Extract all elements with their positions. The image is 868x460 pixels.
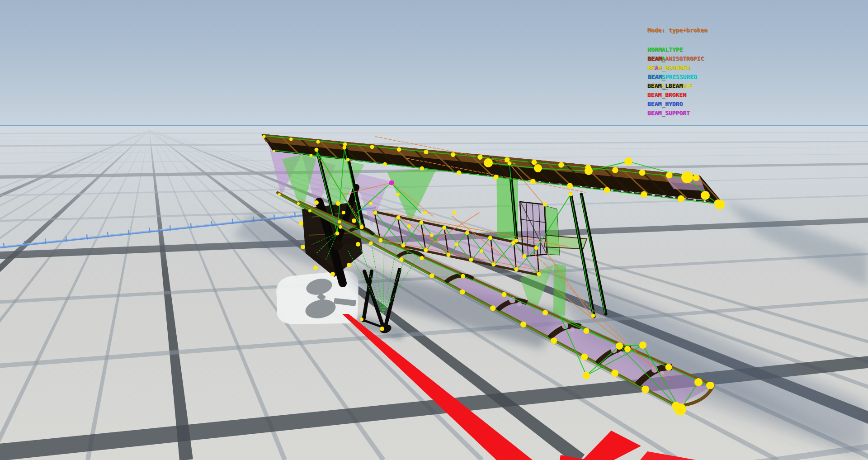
game-screen: Mode: type+broken NORMALTYPEBEAM_ANISOTR… [0,0,868,460]
legend-item-beam_broken: BEAM_BROKEN [647,90,756,100]
beam-debug-legend: Mode: type+broken NORMALTYPEBEAM_ANISOTR… [647,26,756,118]
legend-item-beam_bounded: BEAM_BOUNDEDA [647,63,756,72]
legend-label: BEAM_BROKEN [647,90,686,100]
legend-label: BEAM_HYDRO [647,100,683,109]
legend-label: NORMALTYPE [647,45,683,54]
legend-label: BEAM_BOUNDED [647,63,690,72]
beam-debug-mode: Mode: type+broken [647,26,756,35]
legend-item-beam_hydro: BEAM_HYDRO [647,100,756,109]
legend-item-beam_anisotropic: BEAM_ANISOTROPICBEAMA [647,54,756,63]
legend-label: BEAM [648,72,662,81]
support-node [389,180,394,185]
legend-label: A [655,63,658,72]
legend-label: BEAM_SUPPORT [647,109,690,118]
legend-item-normaltype: NORMALTYPE [647,45,756,54]
legend-label: S [661,72,665,81]
legend-item-beam_pressured: BEAM_PRESSUREDBEAMS [647,72,756,81]
legend-item-beam_support: BEAM_SUPPORT [647,109,756,118]
legend-label: A [661,54,665,63]
legend-label: BEAM_LBEAM [647,81,683,90]
beam-type-list: NORMALTYPEBEAM_ANISOTROPICBEAMABEAM_BOUN… [647,45,756,118]
legend-item-beam_lbeam: BEAM_DISABLEBEAM_LBEAM [647,81,756,90]
legend-label: BEAM [648,54,662,63]
